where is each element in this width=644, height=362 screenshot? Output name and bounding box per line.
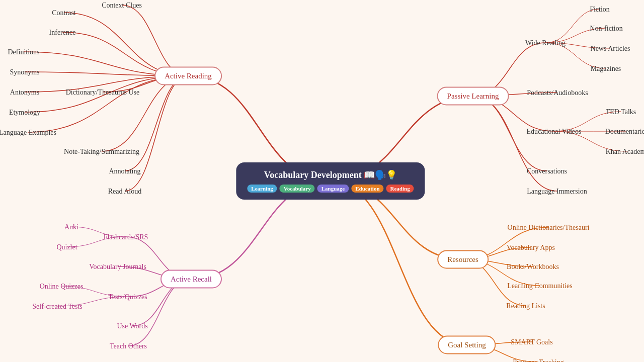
node-goal-setting[interactable]: Goal Setting (438, 336, 496, 354)
node-annotating: Annotating (109, 166, 141, 175)
node-read-aloud: Read Aloud (108, 187, 142, 196)
node-passive-learning[interactable]: Passive Learning (437, 87, 509, 106)
node-wide-reading: Wide Reading (525, 38, 566, 47)
node-synonyms: Synonyms (10, 67, 39, 76)
node-books-workbooks: Books/Workbooks (507, 262, 559, 271)
node-note-taking: Note-Taking/Summarizing (64, 147, 139, 156)
node-active-recall[interactable]: Active Recall (160, 270, 222, 289)
node-anki: Anki (64, 222, 78, 231)
node-self-created-tests: Self-created Tests (32, 302, 82, 311)
node-use-words: Use Words (117, 321, 147, 330)
tag-education: Education (351, 185, 383, 193)
node-language-examples: Language Examples (0, 128, 56, 137)
node-antonyms: Antonyms (10, 87, 39, 97)
node-podcasts-audiobooks: Podcasts/Audiobooks (527, 88, 588, 97)
node-ted-talks: TED Talks (606, 107, 636, 116)
node-definitions: Definitions (8, 47, 40, 56)
node-magazines: Magazines (591, 64, 621, 73)
node-khan-academy: Khan Academy (606, 147, 644, 156)
node-news-articles: News Articles (591, 44, 630, 53)
node-vocabulary-journals: Vocabulary Journals (89, 262, 146, 271)
tag-vocabulary: Vocabulary (280, 185, 315, 193)
tag-learning: Learning (247, 185, 277, 193)
node-resources[interactable]: Resources (437, 250, 489, 269)
node-online-quizzes: Online Quizzes (40, 282, 84, 291)
tag-reading: Reading (386, 185, 414, 193)
node-flashcards-srs: Flashcards/SRS (104, 232, 148, 241)
node-fiction: Fiction (590, 5, 610, 14)
center-tags: Learning Vocabulary Language Education R… (247, 185, 414, 193)
tag-language: Language (317, 185, 349, 193)
node-reading-lists: Reading Lists (506, 301, 545, 310)
node-learning-communities: Learning Communities (507, 281, 572, 290)
node-vocabulary-apps: Vocabulary Apps (507, 243, 555, 252)
node-etymology: Etymology (9, 108, 40, 117)
node-teach-others: Teach Others (110, 341, 147, 350)
node-dictionary-use: Dictionary/Thesaurus Use (66, 87, 140, 97)
node-educational-videos: Educational Videos (527, 127, 582, 136)
node-tests-quizzes: Tests/Quizzes (108, 292, 147, 301)
goal-setting-label: Goal Setting (448, 341, 486, 349)
node-non-fiction: Non-fiction (590, 24, 622, 33)
node-online-dictionaries: Online Dictionaries/Thesauri (508, 223, 590, 232)
node-quizlet: Quizlet (56, 242, 77, 251)
node-language-immersion: Language Immersion (527, 187, 587, 196)
node-smart-goals: SMART Goals (511, 337, 552, 346)
node-conversations: Conversations (527, 166, 567, 175)
passive-learning-label: Passive Learning (447, 92, 499, 100)
node-active-reading[interactable]: Active Reading (154, 67, 222, 85)
center-node: Vocabulary Development 📖🗣️💡 Learning Voc… (236, 162, 425, 200)
center-title: Vocabulary Development 📖🗣️💡 (247, 169, 414, 180)
node-documentaries: Documentaries (605, 127, 644, 136)
active-reading-label: Active Reading (165, 72, 212, 80)
resources-label: Resources (447, 255, 478, 263)
node-inference: Inference (49, 28, 76, 37)
node-progress-tracking: Progress Tracking (513, 357, 564, 362)
active-recall-label: Active Recall (171, 275, 212, 283)
node-context-clues: Context Clues (102, 1, 142, 10)
node-contrast: Contrast (52, 8, 75, 17)
